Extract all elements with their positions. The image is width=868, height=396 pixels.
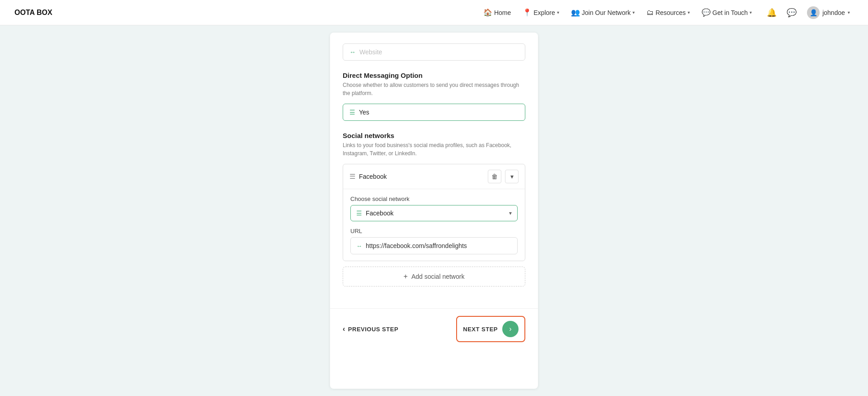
join-network-icon: 👥 <box>571 8 580 17</box>
explore-chevron-icon: ▾ <box>557 10 559 15</box>
resources-chevron-icon: ▾ <box>688 10 690 15</box>
select-chevron-icon: ▾ <box>509 210 512 216</box>
url-label: URL <box>350 228 518 234</box>
website-link-icon: ↔ <box>349 48 356 56</box>
website-placeholder: Website <box>359 48 382 56</box>
url-value: https://facebook.com/saffrondelights <box>366 242 467 249</box>
social-network-select[interactable]: ☰ Facebook ▾ <box>350 205 518 221</box>
delete-facebook-button[interactable]: 🗑 <box>488 170 501 183</box>
facebook-header-right: 🗑 ▾ <box>488 170 519 183</box>
previous-step-button[interactable]: ‹ PREVIOUS STEP <box>343 325 398 333</box>
list-icon: ☰ <box>349 109 355 116</box>
page-body: ↔ Website Direct Messaging Option Choose… <box>0 0 868 396</box>
nav-get-in-touch[interactable]: 💬 Get in Touch ▾ <box>697 5 756 19</box>
notifications-button[interactable]: 🔔 <box>764 5 780 21</box>
facebook-social-card: ☰ Facebook 🗑 ▾ Choos <box>343 164 525 261</box>
choose-network-label: Choose social network <box>350 196 518 202</box>
next-step-button[interactable]: NEXT STEP › <box>458 318 523 340</box>
social-networks-section: Social networks Links to your food busin… <box>343 132 525 286</box>
nav-get-in-touch-label: Get in Touch <box>712 9 748 16</box>
user-chevron-icon: ▾ <box>848 10 850 15</box>
plus-icon: + <box>404 272 408 281</box>
next-step-wrapper: NEXT STEP › <box>456 316 525 342</box>
next-step-circle: › <box>502 321 519 337</box>
nav-explore[interactable]: 📍 Explore ▾ <box>518 5 563 19</box>
nav-resources-label: Resources <box>656 9 686 16</box>
messages-button[interactable]: 💬 <box>783 5 800 21</box>
card-footer: ‹ PREVIOUS STEP NEXT STEP › <box>330 308 538 349</box>
prev-step-label: PREVIOUS STEP <box>348 326 398 333</box>
nav-right: 🔔 💬 👤 johndoe ▾ <box>764 5 854 21</box>
yes-option[interactable]: ☰ Yes <box>343 104 525 121</box>
select-list-icon: ☰ <box>356 210 362 217</box>
chevron-down-icon: ▾ <box>510 173 514 180</box>
yes-label: Yes <box>359 109 369 116</box>
user-menu[interactable]: 👤 johndoe ▾ <box>803 5 854 21</box>
url-link-icon: ↔ <box>356 243 362 249</box>
facebook-drag-icon: ☰ <box>349 172 355 181</box>
resources-icon: 🗂 <box>646 9 654 17</box>
direct-messaging-section: Direct Messaging Option Choose whether t… <box>343 72 525 121</box>
form-card: ↔ Website Direct Messaging Option Choose… <box>330 33 538 389</box>
get-in-touch-chevron-icon: ▾ <box>750 10 752 15</box>
navbar: OOTA BOX 🏠 Home 📍 Explore ▾ 👥 Join Our N… <box>0 0 868 25</box>
add-social-network-button[interactable]: + Add social network <box>343 267 525 286</box>
social-networks-desc: Links to your food business's social med… <box>343 141 525 157</box>
url-field[interactable]: ↔ https://facebook.com/saffrondelights <box>350 237 518 254</box>
avatar: 👤 <box>807 6 820 19</box>
website-field[interactable]: ↔ Website <box>343 43 525 61</box>
home-icon: 🏠 <box>483 8 492 17</box>
next-step-label: NEXT STEP <box>463 326 498 333</box>
nav-home[interactable]: 🏠 Home <box>479 5 515 19</box>
nav-links: 🏠 Home 📍 Explore ▾ 👥 Join Our Network ▾ … <box>479 5 756 19</box>
next-chevron-icon: › <box>509 325 511 333</box>
selected-network-text: Facebook <box>366 210 505 217</box>
facebook-label: Facebook <box>359 173 387 180</box>
add-social-label: Add social network <box>411 273 465 280</box>
prev-chevron-icon: ‹ <box>343 325 345 333</box>
nav-explore-label: Explore <box>533 9 555 16</box>
nav-home-label: Home <box>494 9 511 16</box>
logo: OOTA BOX <box>14 9 52 17</box>
nav-join-network-label: Join Our Network <box>582 9 631 16</box>
username-label: johndoe <box>822 9 845 16</box>
trash-icon: 🗑 <box>491 173 498 180</box>
nav-join-network[interactable]: 👥 Join Our Network ▾ <box>566 5 639 19</box>
join-network-chevron-icon: ▾ <box>632 10 635 15</box>
facebook-card-header[interactable]: ☰ Facebook 🗑 ▾ <box>343 164 525 189</box>
explore-icon: 📍 <box>523 8 532 17</box>
collapse-facebook-button[interactable]: ▾ <box>505 170 519 183</box>
direct-messaging-title: Direct Messaging Option <box>343 72 525 79</box>
facebook-card-body: Choose social network ☰ Facebook ▾ URL ↔… <box>343 189 525 261</box>
direct-messaging-desc: Choose whether to allow customers to sen… <box>343 81 525 97</box>
social-networks-title: Social networks <box>343 132 525 139</box>
get-in-touch-icon: 💬 <box>702 8 711 17</box>
card-body: ↔ Website Direct Messaging Option Choose… <box>330 33 538 308</box>
facebook-header-left: ☰ Facebook <box>349 172 387 181</box>
nav-resources[interactable]: 🗂 Resources ▾ <box>642 6 694 19</box>
